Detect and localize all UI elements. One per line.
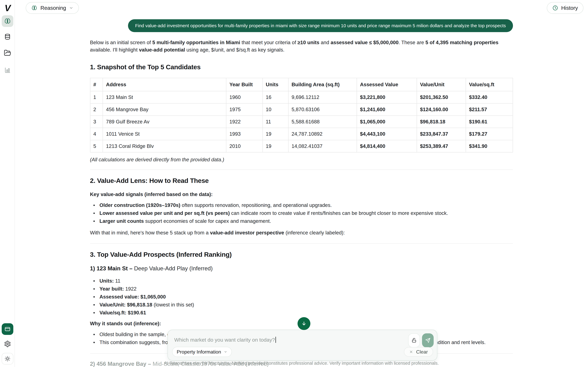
prospect1-bullets: Units: 11 Year built: 1922 Assessed valu… xyxy=(90,277,513,317)
list-item: Assessed value: $1,065,000 xyxy=(90,293,513,301)
message-composer: Which market do you want clarity on toda… xyxy=(167,330,437,361)
table-row: 51213 Coral Ridge Blv20101914,082.41037$… xyxy=(90,140,513,152)
chat-main: Find value-add investment opportunities … xyxy=(15,0,588,367)
app-logo: V xyxy=(0,3,15,13)
context-chip-label: Property Information xyxy=(177,349,221,355)
section2-bullets: Older construction (1920s–1970s) often s… xyxy=(90,201,513,225)
active-nav-highlight xyxy=(2,15,13,27)
sidebar-item-theme[interactable] xyxy=(0,353,15,365)
list-item: Value/Unit: $96,818.18 (lowest in this s… xyxy=(90,301,513,309)
table-row: 3789 Gulf Breeze Av1922115,588.61688$1,0… xyxy=(90,116,513,128)
card-button[interactable] xyxy=(2,323,13,335)
candidates-table: # Address Year Built Units Building Area… xyxy=(90,78,513,152)
col-header: Assessed Value xyxy=(357,78,417,91)
prospect1-title: 1) 123 Main St – Deep Value-Add Play (In… xyxy=(90,265,513,272)
close-icon xyxy=(409,350,413,354)
list-item: Older construction (1920s–1970s) often s… xyxy=(90,201,513,209)
database-icon xyxy=(4,33,11,40)
col-header: # xyxy=(90,78,103,91)
col-header: Year Built xyxy=(226,78,262,91)
chevron-down-icon xyxy=(224,350,227,354)
context-chip-property-information[interactable]: Property Information xyxy=(172,347,232,357)
section-divider xyxy=(90,170,513,170)
list-item: Units: 11 xyxy=(90,277,513,285)
user-message-bubble: Find value-add investment opportunities … xyxy=(128,19,513,32)
table-row: 41011 Venice St19931924,787.10892$4,443,… xyxy=(90,128,513,140)
section2-title: 2. Value-Add Lens: How to Read These xyxy=(90,177,513,184)
reasoning-mode-label: Reasoning xyxy=(40,5,66,11)
section3-title: 3. Top Value-Add Prospects (Inferred Ran… xyxy=(90,251,513,258)
send-icon xyxy=(425,338,431,343)
sidebar-item-files[interactable] xyxy=(0,49,15,57)
message-input[interactable]: Which market do you want clarity on toda… xyxy=(174,337,276,343)
history-label: History xyxy=(561,5,578,11)
sidebar-item-settings[interactable] xyxy=(0,340,15,347)
list-item: Value/sq.ft: $190.61 xyxy=(90,309,513,317)
col-header: Address xyxy=(103,78,226,91)
list-item: Year built: 1922 xyxy=(90,285,513,293)
clear-label: Clear xyxy=(416,349,428,355)
theme-toggle[interactable] xyxy=(2,353,13,365)
sun-icon xyxy=(4,356,10,362)
col-header: Building Area (sq.ft) xyxy=(288,78,357,91)
v-logo: V xyxy=(5,3,10,13)
sidebar: V xyxy=(0,0,15,367)
assistant-intro: Below is an initial screen of 5 multi-fa… xyxy=(90,39,513,53)
sidebar-item-reasoning[interactable] xyxy=(0,15,15,27)
arrow-down-icon xyxy=(301,321,307,326)
brain-icon xyxy=(4,17,11,25)
lock-open-icon xyxy=(411,338,417,343)
message-input-placeholder: Which market do you want clarity on toda… xyxy=(174,337,275,343)
table-row: 1123 Main St1960169,696.12112$3,221,800$… xyxy=(90,91,513,103)
clock-icon xyxy=(552,5,558,11)
table-row: 2456 Mangrove Bay1975105,870.63106$1,241… xyxy=(90,103,513,116)
chevron-down-icon xyxy=(69,6,73,10)
brain-icon xyxy=(31,5,37,11)
lock-button[interactable] xyxy=(408,333,420,347)
table-header-row: # Address Year Built Units Building Area… xyxy=(90,78,513,91)
list-item: Larger unit counts support economies of … xyxy=(90,217,513,225)
list-item: Lower assessed value per unit and per sq… xyxy=(90,209,513,217)
scroll-to-bottom-button[interactable] xyxy=(297,317,310,330)
card-icon xyxy=(4,326,11,332)
folder-open-icon xyxy=(4,49,11,57)
text-caret xyxy=(276,337,276,343)
section2-lead: Key value-add signals (inferred based on… xyxy=(90,192,513,197)
gear-icon xyxy=(4,340,11,347)
sidebar-item-analytics[interactable] xyxy=(0,67,15,74)
section-divider xyxy=(90,243,513,244)
reasoning-mode-dropdown[interactable]: Reasoning xyxy=(26,2,79,14)
col-header: Value/Unit xyxy=(417,78,466,91)
history-button[interactable]: History xyxy=(547,2,583,14)
col-header: Units xyxy=(263,78,288,91)
ai-disclaimer: AI Responses may be inaccurate. Nothing … xyxy=(15,361,588,366)
chat-thread: Find value-add investment opportunities … xyxy=(90,0,513,367)
section2-outro: With that in mind, here's how these 5 st… xyxy=(90,229,513,236)
send-button[interactable] xyxy=(422,333,434,347)
bar-chart-icon xyxy=(4,67,11,74)
table-note: (All calculations are derived directly f… xyxy=(90,157,513,163)
col-header: Value/sq.ft xyxy=(466,78,513,91)
clear-button[interactable]: Clear xyxy=(404,347,433,357)
section1-title: 1. Snapshot of the Top 5 Candidates xyxy=(90,63,513,71)
sidebar-item-billing[interactable] xyxy=(0,323,15,335)
sidebar-item-data[interactable] xyxy=(0,33,15,40)
